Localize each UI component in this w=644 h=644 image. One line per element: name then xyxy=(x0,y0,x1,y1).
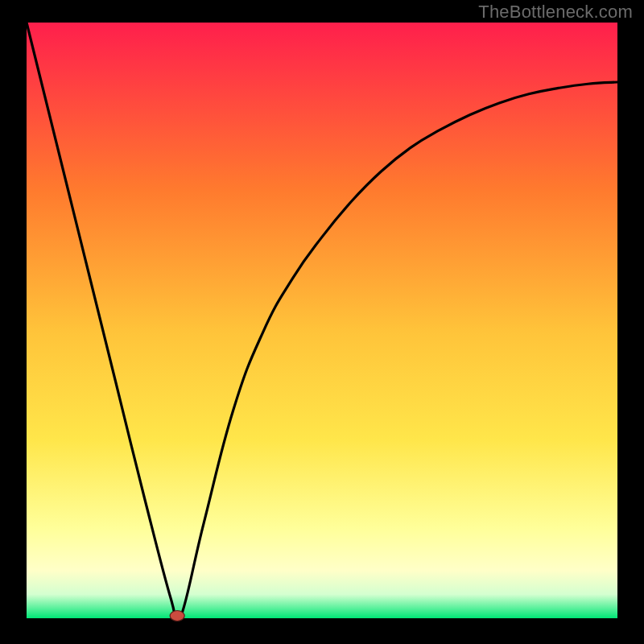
optimum-marker xyxy=(170,611,184,621)
gradient-panel xyxy=(27,23,617,618)
watermark-text: TheBottleneck.com xyxy=(478,2,633,23)
bottleneck-chart xyxy=(0,0,644,644)
